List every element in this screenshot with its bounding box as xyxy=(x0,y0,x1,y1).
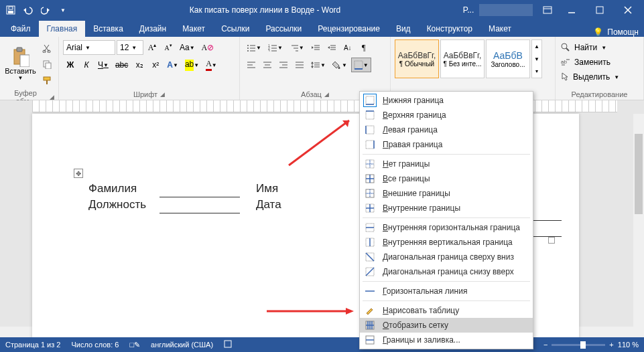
cell-blank[interactable] xyxy=(294,197,367,213)
table-move-handle[interactable]: ✥ xyxy=(74,169,83,178)
strikethrough-button[interactable]: abc xyxy=(113,58,131,72)
border-option-right[interactable]: Правая граница xyxy=(360,137,533,152)
form-table[interactable]: Фамилия Имя Должность Дата xyxy=(86,181,367,213)
ribbon-options-icon[interactable] xyxy=(538,2,557,18)
style-heading1[interactable]: АаБбВЗаголово... xyxy=(486,39,530,78)
border-option-hline[interactable]: Горизонтальная линия xyxy=(360,284,533,298)
replace-button[interactable]: abЗаменить xyxy=(561,56,619,69)
save-button[interactable] xyxy=(3,2,19,18)
align-center-button[interactable] xyxy=(260,58,275,72)
paragraph-launcher[interactable]: ◢ xyxy=(324,91,329,98)
clear-formatting-button[interactable]: A⊘ xyxy=(199,40,217,55)
status-words[interactable]: Число слов: 6 xyxy=(71,341,119,349)
clipboard-launcher[interactable]: ◢ xyxy=(50,94,54,100)
show-marks-button[interactable]: ¶ xyxy=(357,40,371,55)
cell-label[interactable]: Должность xyxy=(86,197,159,213)
zoom-control[interactable]: − + 110 % xyxy=(543,341,639,349)
numbering-button[interactable]: 123▼ xyxy=(265,40,285,55)
subscript-button[interactable]: x₂ xyxy=(132,58,147,72)
border-option-ihoriz[interactable]: Внутренняя горизонтальная граница xyxy=(360,220,533,235)
shrink-font-button[interactable]: A▾ xyxy=(161,40,176,55)
proofing-icon[interactable]: □✎ xyxy=(129,341,140,349)
bold-button[interactable]: Ж xyxy=(63,58,78,72)
bullets-button[interactable]: ▼ xyxy=(244,40,264,55)
change-case-button[interactable]: Aa▼ xyxy=(177,40,198,55)
tab-design[interactable]: Дизайн xyxy=(131,21,174,37)
cell-label[interactable]: Дата xyxy=(253,197,294,213)
paste-button[interactable]: Вставить ▼ xyxy=(4,39,37,88)
multilevel-button[interactable]: ▼ xyxy=(287,40,307,55)
superscript-button[interactable]: x² xyxy=(148,58,163,72)
tab-view[interactable]: Вид xyxy=(388,21,419,37)
border-option-draw[interactable]: Нарисовать таблицу xyxy=(360,303,533,318)
account-label[interactable]: P... xyxy=(459,2,478,18)
zoom-out-icon[interactable]: − xyxy=(543,341,548,349)
tab-review[interactable]: Рецензирование xyxy=(310,21,388,37)
qat-more-icon[interactable]: ▼ xyxy=(55,2,71,18)
border-option-all[interactable]: Все границы xyxy=(360,171,533,186)
macro-icon[interactable] xyxy=(224,340,232,349)
cell-label[interactable]: Имя xyxy=(253,181,294,197)
grow-font-button[interactable]: A▴ xyxy=(145,40,159,55)
maximize-button[interactable] xyxy=(586,0,613,20)
zoom-value[interactable]: 110 % xyxy=(618,341,639,349)
font-launcher[interactable]: ◢ xyxy=(160,91,165,98)
decrease-indent-button[interactable] xyxy=(308,40,323,55)
italic-button[interactable]: К xyxy=(79,58,94,72)
tab-file[interactable]: Файл xyxy=(3,21,39,37)
tell-me[interactable]: 💡 Помощн xyxy=(588,27,644,37)
status-page[interactable]: Страница 1 из 2 xyxy=(5,341,60,349)
format-painter-button[interactable] xyxy=(40,73,54,88)
underline-button[interactable]: Ч ▼ xyxy=(95,58,111,72)
border-option-bottom[interactable]: Нижняя граница xyxy=(360,93,533,108)
copy-button[interactable] xyxy=(40,57,54,72)
border-option-left[interactable]: Левая граница xyxy=(360,122,533,137)
line-spacing-button[interactable]: ▼ xyxy=(308,58,328,72)
account-area[interactable] xyxy=(479,4,533,16)
cell-label[interactable]: Фамилия xyxy=(86,181,159,197)
border-option-dialog[interactable]: Границы и заливка... xyxy=(360,333,533,347)
vertical-scrollbar[interactable] xyxy=(633,114,644,337)
table-resize-handle[interactable] xyxy=(548,237,555,244)
cell-blank[interactable] xyxy=(294,181,367,197)
align-left-button[interactable] xyxy=(244,58,259,72)
text-effects-button[interactable]: A▼ xyxy=(164,58,181,72)
border-option-ivert[interactable]: Внутренняя вертикальная граница xyxy=(360,235,533,250)
border-option-inside[interactable]: Внутренние границы xyxy=(360,201,533,215)
tab-insert[interactable]: Вставка xyxy=(85,21,131,37)
align-right-button[interactable] xyxy=(276,58,291,72)
cell-underline[interactable] xyxy=(159,197,240,213)
highlight-button[interactable]: ab▼ xyxy=(182,58,202,72)
minimize-button[interactable] xyxy=(558,0,585,20)
sort-button[interactable]: A↓ xyxy=(340,40,355,55)
border-option-diagdown[interactable]: Диагональная граница сверху вниз xyxy=(360,250,533,264)
tab-mailings[interactable]: Рассылки xyxy=(257,21,310,37)
shading-button[interactable]: ▼ xyxy=(330,58,350,72)
justify-button[interactable] xyxy=(292,58,307,72)
select-button[interactable]: Выделить▼ xyxy=(561,70,619,84)
cell-underline[interactable] xyxy=(159,181,240,197)
status-language[interactable]: английский (США) xyxy=(151,341,213,349)
tab-home[interactable]: Главная xyxy=(39,21,86,37)
tab-layout2[interactable]: Макет xyxy=(480,21,519,37)
border-option-diagup[interactable]: Диагональная граница снизу вверх xyxy=(360,264,533,279)
increase-indent-button[interactable] xyxy=(324,40,339,55)
font-name-combo[interactable]: Arial▼ xyxy=(63,40,115,55)
border-option-top[interactable]: Верхняя граница xyxy=(360,108,533,122)
font-size-combo[interactable]: 12▼ xyxy=(117,40,143,55)
tab-constructor[interactable]: Конструктор xyxy=(419,21,480,37)
close-button[interactable] xyxy=(615,0,641,20)
cut-button[interactable] xyxy=(40,41,54,56)
tab-layout[interactable]: Макет xyxy=(174,21,213,37)
redo-button[interactable] xyxy=(38,2,54,18)
tab-references[interactable]: Ссылки xyxy=(213,21,257,37)
find-button[interactable]: Найти▼ xyxy=(561,41,619,54)
border-option-outside[interactable]: Внешние границы xyxy=(360,186,533,201)
border-option-none[interactable]: Нет границы xyxy=(360,157,533,171)
border-option-grid[interactable]: Отобразить сетку xyxy=(360,318,533,333)
borders-button[interactable]: ▼ xyxy=(351,58,371,72)
zoom-slider[interactable] xyxy=(552,344,605,346)
zoom-in-icon[interactable]: + xyxy=(609,341,613,349)
style-normal[interactable]: АаБбВвГг,¶ Обычный xyxy=(395,39,439,78)
font-color-button[interactable]: A▼ xyxy=(203,58,220,72)
